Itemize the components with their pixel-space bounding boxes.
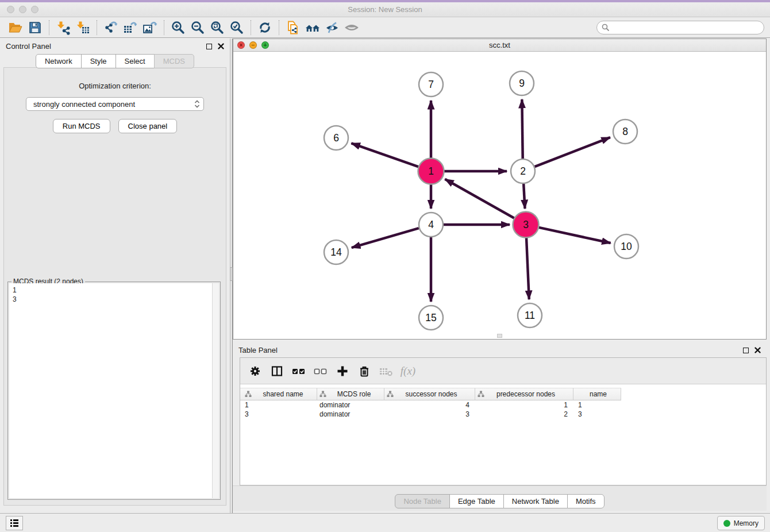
eye-icon xyxy=(344,20,359,35)
save-session-button[interactable] xyxy=(25,19,45,36)
memory-button[interactable]: Memory xyxy=(717,516,765,530)
unselect-all-columns-button[interactable] xyxy=(311,362,330,380)
zoom-selected-button[interactable] xyxy=(227,19,247,36)
mcds-result-text[interactable]: 1 3 xyxy=(9,283,212,498)
graph-node-label: 10 xyxy=(621,241,632,252)
float-panel-icon[interactable] xyxy=(743,348,749,353)
new-network-from-selection-button[interactable] xyxy=(283,19,303,36)
control-panel-tabs: Network Style Select MCDS xyxy=(0,54,230,68)
graph-edge-2-8[interactable] xyxy=(535,137,610,167)
cell-name[interactable]: 3 xyxy=(573,410,621,419)
network-canvas[interactable]: 7968124314101511 xyxy=(233,52,766,339)
graph-node-10[interactable]: 10 xyxy=(614,234,638,259)
hide-selected-button[interactable] xyxy=(322,19,342,36)
float-panel-icon[interactable] xyxy=(206,44,212,49)
tab-mcds[interactable]: MCDS xyxy=(154,54,194,68)
tab-network-table[interactable]: Network Table xyxy=(503,494,568,508)
delete-rows-button[interactable] xyxy=(355,362,374,380)
table-panel-title: Table Panel xyxy=(238,346,278,354)
graph-node-3[interactable]: 3 xyxy=(513,212,539,238)
zoom-fit-button[interactable] xyxy=(207,19,227,36)
close-panel-icon[interactable] xyxy=(218,43,224,49)
cell-shared-name[interactable]: 1 xyxy=(240,400,317,410)
cell-mcds-role[interactable]: dominator xyxy=(317,410,384,419)
cell-successor-nodes[interactable]: 3 xyxy=(384,410,475,419)
apply-layout-button[interactable] xyxy=(255,19,275,36)
graph-node-7[interactable]: 7 xyxy=(419,72,443,97)
cell-successor-nodes[interactable]: 4 xyxy=(384,400,475,410)
toolbar-separator xyxy=(251,20,251,35)
cell-mcds-role[interactable]: dominator xyxy=(317,400,384,410)
task-history-button[interactable] xyxy=(6,516,23,530)
cell-name[interactable]: 1 xyxy=(573,400,621,410)
fx-icon: f(x) xyxy=(401,365,415,377)
column-header-successor-nodes[interactable]: successor nodes xyxy=(384,388,475,400)
import-table-button[interactable] xyxy=(73,19,93,36)
graph-edge-3-10[interactable] xyxy=(538,228,610,243)
delete-table-button[interactable] xyxy=(377,362,395,380)
graph-edge-1-6[interactable] xyxy=(351,143,419,167)
search-input[interactable] xyxy=(613,24,759,32)
table-row[interactable]: 1 dominator 4 1 1 xyxy=(240,400,766,410)
graph-node-4[interactable]: 4 xyxy=(419,213,443,237)
open-file-button[interactable] xyxy=(6,19,25,36)
canvas-resize-grip[interactable] xyxy=(497,334,502,338)
graph-edge-4-14[interactable] xyxy=(352,228,419,248)
graph-node-2[interactable]: 2 xyxy=(511,159,535,183)
toolbar-separator xyxy=(279,20,279,35)
show-all-button[interactable] xyxy=(342,19,361,36)
graph-node-15[interactable]: 15 xyxy=(419,306,443,330)
export-image-icon xyxy=(143,20,157,35)
graph-edge-3-11[interactable] xyxy=(526,237,529,299)
column-header-mcds-role[interactable]: MCDS role xyxy=(317,388,384,400)
show-columns-button[interactable] xyxy=(268,362,286,380)
graph-node-6[interactable]: 6 xyxy=(324,126,348,150)
table-row[interactable]: 3 dominator 3 2 3 xyxy=(240,410,766,419)
graph-node-1[interactable]: 1 xyxy=(418,159,444,184)
result-scrollbar[interactable] xyxy=(212,283,219,498)
export-image-button[interactable] xyxy=(140,19,160,36)
graph-node-11[interactable]: 11 xyxy=(518,303,542,327)
cell-predecessor-nodes[interactable]: 2 xyxy=(475,410,573,419)
tab-select[interactable]: Select xyxy=(116,54,155,68)
zoom-out-button[interactable] xyxy=(188,19,207,36)
function-builder-button[interactable]: f(x) xyxy=(399,362,417,380)
graph-node-label: 4 xyxy=(428,219,434,230)
graph-node-8[interactable]: 8 xyxy=(613,119,637,144)
column-header-predecessor-nodes[interactable]: predecessor nodes xyxy=(475,388,573,400)
import-network-button[interactable] xyxy=(53,19,73,36)
column-header-name[interactable]: name xyxy=(573,388,621,400)
select-all-columns-button[interactable] xyxy=(290,362,308,380)
column-settings-button[interactable] xyxy=(246,362,264,380)
run-mcds-button[interactable]: Run MCDS xyxy=(53,119,110,133)
graph-node-label: 7 xyxy=(428,79,434,90)
graph-node-label: 14 xyxy=(330,246,342,258)
tab-motifs[interactable]: Motifs xyxy=(567,494,605,508)
close-panel-icon[interactable] xyxy=(754,347,761,353)
graph-node-9[interactable]: 9 xyxy=(510,71,534,95)
graph-node-14[interactable]: 14 xyxy=(324,240,348,264)
cell-predecessor-nodes[interactable]: 1 xyxy=(475,400,573,410)
tab-edge-table[interactable]: Edge Table xyxy=(449,494,504,508)
graph-node-label: 9 xyxy=(519,78,525,89)
network-window-title: scc.txt xyxy=(233,41,766,49)
toolbar-separator xyxy=(97,20,97,35)
zoom-in-button[interactable] xyxy=(168,19,188,36)
cell-shared-name[interactable]: 3 xyxy=(240,410,317,419)
open-folder-icon xyxy=(8,20,23,35)
graph-edge-2-3[interactable] xyxy=(523,184,525,209)
column-header-shared-name[interactable]: shared name xyxy=(240,388,317,400)
criterion-dropdown[interactable]: strongly connected component xyxy=(26,97,204,111)
status-bar: Memory xyxy=(0,513,770,532)
graph-edge-2-9[interactable] xyxy=(522,99,522,159)
export-table-button[interactable] xyxy=(121,19,140,36)
export-network-button[interactable] xyxy=(101,19,121,36)
tab-node-table[interactable]: Node Table xyxy=(395,494,450,508)
add-row-button[interactable] xyxy=(333,362,352,380)
tab-network[interactable]: Network xyxy=(36,54,82,68)
toolbar-separator xyxy=(164,20,164,35)
close-panel-button[interactable]: Close panel xyxy=(118,119,178,133)
graph-edge-3-1[interactable] xyxy=(445,179,514,218)
first-neighbors-button[interactable] xyxy=(303,19,322,36)
tab-style[interactable]: Style xyxy=(81,54,116,68)
